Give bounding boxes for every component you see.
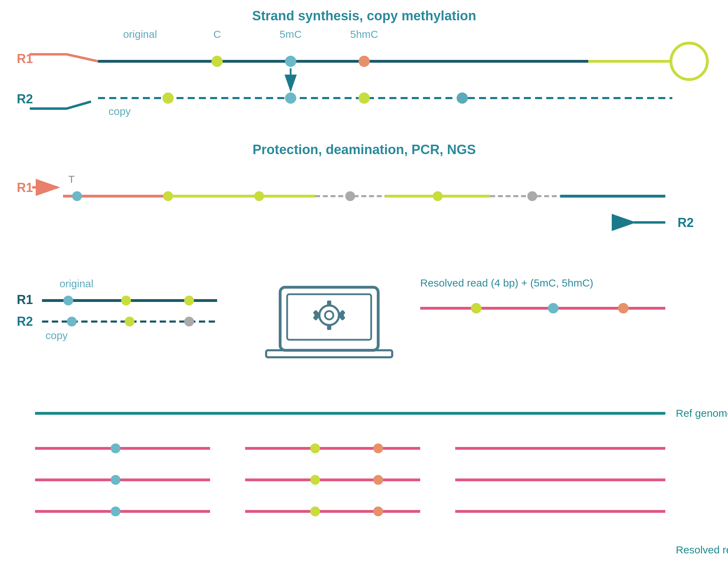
s3-r1-dot1	[63, 296, 73, 305]
rr-row2-dot2	[310, 475, 320, 485]
s2-R1-label: R1	[17, 180, 33, 195]
section2-title: Protection, deamination, PCR, NGS	[252, 142, 476, 157]
5mC-label: 5mC	[279, 28, 301, 40]
s1-dot-5hmC	[359, 56, 370, 67]
rr-dot3	[618, 303, 629, 313]
rr-dot2	[548, 303, 559, 313]
copy-label-s3: copy	[46, 330, 68, 341]
rr-row2-dot1	[111, 475, 120, 485]
original-label: original	[123, 28, 157, 40]
s1-R1-hook	[30, 54, 98, 61]
s3-r2-dot3	[184, 317, 194, 326]
resolved-read-label: Resolved read (4 bp) + (5mC, 5hmC)	[420, 277, 593, 289]
s1-copy-dot1	[162, 92, 174, 104]
s2-r1-dot3	[254, 191, 264, 201]
s3-r2-dot2	[125, 317, 134, 326]
s2-r1-dot5	[433, 191, 443, 201]
s3-r1-dot2	[121, 296, 131, 305]
s2-r1-dot4	[345, 191, 355, 201]
laptop-base	[266, 350, 392, 357]
s1-copy-dot3	[457, 92, 468, 104]
rr-row1-dot3	[373, 443, 383, 453]
ref-genome-label: Ref genome	[676, 407, 728, 419]
original-label-s3: original	[60, 278, 93, 289]
svg-rect-3	[327, 324, 331, 330]
hairpin-loop	[671, 43, 707, 80]
s1-dot-C	[212, 56, 223, 67]
s2-r1-dot6	[527, 191, 537, 201]
rr-row3-dot2	[310, 506, 320, 516]
rr-row3-dot1	[111, 506, 120, 516]
rr-row1-dot2	[310, 443, 320, 453]
T-label: T	[68, 173, 75, 185]
section1-title: Strand synthesis, copy methylation	[252, 8, 476, 23]
rr-row3-dot3	[373, 506, 383, 516]
svg-rect-2	[327, 301, 331, 306]
s1-R2-label: R2	[17, 92, 33, 106]
s1-copy-dot2	[359, 92, 370, 104]
gear-icon	[313, 301, 345, 330]
resolved-reads-label: Resolved reads	[676, 544, 728, 556]
s1-copy-dot-5mC	[285, 92, 296, 104]
s1-R2-hook	[30, 102, 91, 109]
s1-dot-5mC	[285, 56, 296, 67]
s2-r1-dot1	[72, 191, 82, 201]
rr-row2-dot3	[373, 475, 383, 485]
s3-r1-dot3	[184, 296, 194, 305]
C-label: C	[213, 28, 221, 40]
rr-row1-dot1	[111, 443, 120, 453]
svg-point-1	[325, 311, 333, 319]
svg-point-0	[319, 305, 339, 325]
copy-label-s1: copy	[109, 105, 131, 117]
s3-R2-label: R2	[17, 314, 33, 329]
s2-R2-label: R2	[678, 215, 694, 230]
s3-R1-label: R1	[17, 292, 33, 307]
s3-r2-dot1	[67, 317, 77, 326]
s2-r1-dot2	[163, 191, 173, 201]
rr-dot1	[471, 303, 481, 313]
5hmC-label: 5hmC	[350, 28, 378, 40]
